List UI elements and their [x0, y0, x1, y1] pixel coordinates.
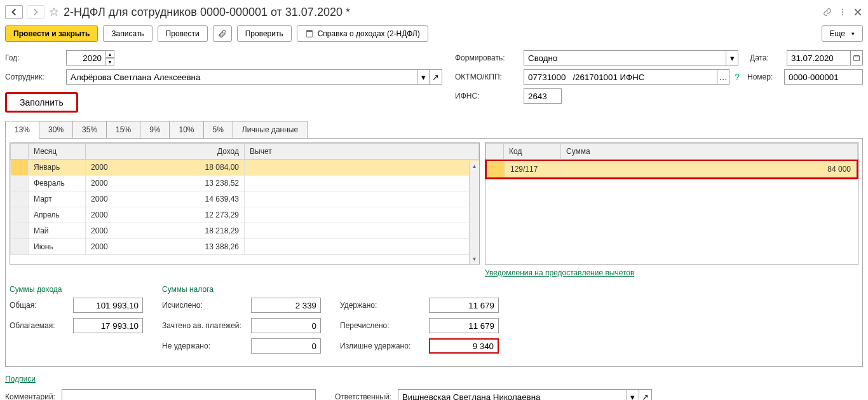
help-icon[interactable]: ?	[735, 72, 740, 82]
table-row[interactable]: Март200014 639,43	[11, 191, 479, 207]
oktmo-input[interactable]	[524, 69, 717, 85]
col-income: Доход	[86, 144, 245, 160]
tax-transferred-input[interactable]	[429, 318, 499, 333]
tax-calculated-input[interactable]	[251, 298, 321, 313]
income-sums-header: Суммы дохода	[10, 285, 143, 294]
form-mode-input[interactable]	[524, 50, 726, 66]
scroll-down-icon[interactable]: ▼	[470, 254, 479, 264]
table-row[interactable]: Январь200018 084,00	[11, 160, 479, 176]
income-table[interactable]: Месяц Доход Вычет Январь200018 084,00Фев…	[10, 142, 480, 265]
form-mode-dropdown-button[interactable]: ▾	[726, 50, 738, 66]
table-row[interactable]: Апрель200012 273,29	[11, 207, 479, 223]
number-label: Номер:	[747, 72, 779, 81]
tab-5[interactable]: 5%	[203, 121, 233, 139]
employee-label: Сотрудник:	[5, 72, 61, 81]
tax-notheld-input[interactable]	[251, 338, 321, 354]
tax-offset-input[interactable]	[251, 318, 321, 333]
check-button[interactable]: Проверить	[237, 25, 292, 42]
attachment-button[interactable]	[213, 25, 232, 42]
oktmo-select-button[interactable]: …	[717, 69, 729, 85]
employee-input[interactable]	[66, 69, 417, 85]
col-month: Месяц	[29, 144, 86, 160]
deduction-notice-link[interactable]: Уведомления на предоставление вычетов	[485, 268, 634, 277]
table-row[interactable]: Февраль200013 238,52	[11, 176, 479, 191]
oktmo-label: ОКТМО/КПП:	[455, 72, 519, 81]
save-button[interactable]: Записать	[103, 25, 152, 42]
nav-back-button[interactable]	[5, 5, 23, 19]
number-input[interactable]	[784, 69, 863, 85]
col-sum: Сумма	[561, 144, 858, 160]
comment-label: Комментарий:	[5, 392, 55, 400]
signatures-link[interactable]: Подписи	[5, 375, 36, 383]
kebab-menu-icon[interactable]	[837, 7, 848, 17]
close-icon[interactable]	[853, 7, 863, 17]
post-button[interactable]: Провести	[158, 25, 208, 42]
responsible-input[interactable]	[398, 389, 627, 400]
svg-rect-4	[306, 31, 312, 32]
tax-held-input[interactable]	[429, 298, 499, 313]
fill-button[interactable]: Заполнить	[5, 92, 78, 113]
tab-10[interactable]: 10%	[169, 121, 203, 139]
table-row[interactable]: Май200018 218,29	[11, 223, 479, 239]
favorite-star-icon[interactable]	[48, 6, 60, 18]
rate-tabs: 13% 30% 35% 15% 9% 10% 5% Личные данные	[5, 121, 863, 139]
form-mode-label: Формировать:	[455, 53, 519, 62]
year-down-button[interactable]: ▼	[105, 58, 114, 66]
svg-rect-5	[854, 56, 860, 61]
date-picker-button[interactable]	[850, 50, 863, 66]
income-report-button[interactable]: Справка о доходах (2-НДФЛ)	[297, 25, 428, 42]
tab-13[interactable]: 13%	[5, 121, 39, 139]
date-label: Дата:	[750, 53, 782, 62]
year-input[interactable]	[66, 50, 105, 66]
income-scrollbar[interactable]: ▲ ▼	[469, 161, 479, 264]
col-code: Код	[504, 144, 561, 160]
employee-open-button[interactable]: ↗	[430, 69, 442, 85]
more-button[interactable]: Еще	[822, 25, 863, 42]
employee-dropdown-button[interactable]: ▾	[417, 69, 430, 85]
tab-personal[interactable]: Личные данные	[233, 121, 308, 139]
responsible-label: Ответственный:	[335, 392, 391, 400]
tab-30[interactable]: 30%	[39, 121, 73, 139]
svg-point-0	[842, 9, 843, 10]
table-row[interactable]: Июнь200013 388,26	[11, 239, 479, 255]
year-label: Год:	[5, 53, 61, 62]
ifns-input[interactable]	[524, 88, 562, 104]
post-and-close-button[interactable]: Провести и закрыть	[5, 25, 98, 42]
total-income-input[interactable]	[73, 298, 143, 313]
year-up-button[interactable]: ▲	[105, 50, 114, 58]
table-row[interactable]: 129/11784 000	[487, 162, 857, 177]
scroll-up-icon[interactable]: ▲	[470, 161, 479, 171]
link-icon[interactable]	[822, 7, 832, 17]
svg-point-2	[842, 14, 843, 15]
date-input[interactable]	[787, 50, 850, 66]
nav-forward-button[interactable]	[27, 5, 44, 19]
comment-input[interactable]	[62, 389, 316, 400]
col-deduction: Вычет	[245, 144, 479, 160]
svg-point-1	[842, 11, 843, 13]
deduction-table[interactable]: Код Сумма 129/11784 000	[485, 142, 858, 265]
page-title: 2-НДФЛ для сотрудников 0000-000001 от 31…	[64, 6, 818, 19]
taxable-income-input[interactable]	[73, 318, 143, 333]
responsible-open-button[interactable]: ↗	[639, 389, 652, 400]
tax-sums-header: Суммы налога	[162, 285, 321, 294]
tab-35[interactable]: 35%	[72, 121, 107, 139]
ifns-label: ИФНС:	[455, 92, 519, 100]
tax-excess-input[interactable]	[429, 338, 499, 354]
tab-15[interactable]: 15%	[106, 121, 140, 139]
tab-9[interactable]: 9%	[140, 121, 170, 139]
responsible-dropdown-button[interactable]: ▾	[627, 389, 639, 400]
